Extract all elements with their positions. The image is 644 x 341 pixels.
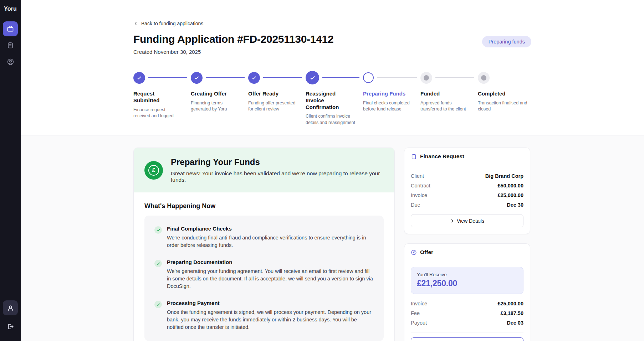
step-label: Reassigned Invoice Confirmation	[306, 91, 353, 110]
table-row: Invoice £25,000.00	[411, 190, 523, 200]
back-link-label: Back to funding applications	[141, 21, 203, 26]
step-desc: Funding offer presented for client revie…	[248, 100, 298, 113]
table-row: Fee £3,187.50	[411, 308, 523, 318]
chevron-left-icon	[133, 21, 138, 26]
row-label: Fee	[411, 310, 420, 316]
finance-request-title: Finance Request	[420, 153, 464, 160]
step-funded: Funded Approved funds transferred to the…	[420, 71, 478, 126]
status-detail-card: £ Preparing Your Funds Great news! Your …	[133, 148, 395, 341]
offer-title: Offer	[420, 249, 433, 255]
row-label: Due	[411, 202, 420, 208]
receive-amount: £21,250.00	[417, 279, 517, 288]
finance-request-card: Finance Request Client Big Brand Corp Co…	[404, 148, 530, 234]
pound-coin-icon: £	[411, 249, 417, 255]
progress-stepper: Request Submitted Finance request receiv…	[133, 71, 531, 135]
receive-label: You'll Receive	[417, 272, 517, 277]
step-creating-offer: Creating Offer Financing terms generated…	[191, 71, 248, 126]
item-title: Final Compliance Checks	[167, 226, 374, 232]
step-request-submitted: Request Submitted Finance request receiv…	[133, 71, 191, 126]
step-label: Request Submitted	[133, 91, 180, 104]
sidebar-item-funding[interactable]	[3, 21, 18, 36]
back-link[interactable]: Back to funding applications	[133, 21, 203, 26]
step-todo-icon	[420, 72, 432, 84]
step-completed: Completed Transaction finalised and clos…	[478, 71, 535, 126]
happening-list: Final Compliance Checks We're conducting…	[144, 216, 384, 341]
check-icon	[194, 75, 199, 81]
summary-column: Finance Request Client Big Brand Corp Co…	[404, 148, 530, 341]
table-row: Payout Dec 03	[411, 318, 523, 327]
happening-title: What's Happening Now	[144, 202, 384, 210]
step-label: Preparing Funds	[363, 91, 410, 97]
row-label: Contract	[411, 183, 430, 188]
sidebar-item-applications[interactable]	[3, 38, 18, 53]
row-value: £25,000.00	[497, 301, 523, 306]
step-done-icon	[191, 72, 203, 84]
app-logo: Yoru	[4, 6, 17, 12]
table-row: Due Dec 30	[411, 200, 523, 210]
row-label: Invoice	[411, 301, 427, 306]
item-title: Preparing Documentation	[167, 259, 374, 265]
view-pdf-button[interactable]: View PDF	[411, 337, 523, 341]
step-label: Offer Ready	[248, 91, 295, 97]
step-label: Creating Offer	[191, 91, 238, 97]
step-label: Funded	[420, 91, 467, 97]
step-desc: Approved funds transferred to the client	[420, 100, 470, 113]
step-label: Completed	[478, 91, 525, 97]
step-done-icon	[133, 72, 145, 84]
title-block: Funding Application #FD-20251130-1412 Cr…	[133, 33, 333, 55]
sign-out-icon	[7, 323, 14, 330]
check-icon	[154, 226, 162, 234]
item-desc: We're conducting final anti-fraud and co…	[167, 234, 374, 249]
clipboard-icon	[7, 42, 14, 49]
step-desc: Finance request received and logged	[133, 107, 183, 119]
hero-subtitle: Great news! Your invoice has been valida…	[171, 170, 384, 183]
account-button[interactable]	[3, 300, 18, 315]
step-done-icon	[306, 71, 319, 84]
table-row: Client Big Brand Corp	[411, 171, 523, 181]
created-date: Created November 30, 2025	[133, 49, 333, 55]
list-item-compliance: Final Compliance Checks We're conducting…	[154, 226, 374, 249]
step-desc: Client confirms invoice details and reas…	[306, 113, 356, 126]
row-value: £25,000.00	[497, 192, 523, 198]
check-icon	[154, 260, 162, 267]
main-area: Back to funding applications Funding App…	[21, 0, 644, 341]
sidebar-item-contacts[interactable]	[3, 54, 18, 69]
table-row: Invoice £25,000.00	[411, 299, 523, 308]
app-root: Yoru	[0, 0, 644, 341]
view-details-button[interactable]: View Details	[411, 214, 523, 227]
step-desc: Final checks completed before fund relea…	[363, 100, 413, 113]
sign-out-button[interactable]	[3, 319, 18, 334]
svg-text:£: £	[413, 251, 415, 254]
page-body: £ Preparing Your Funds Great news! Your …	[21, 135, 644, 341]
step-desc: Financing terms generated by Yoru	[191, 100, 241, 113]
step-todo-icon	[478, 72, 490, 84]
user-icon	[7, 305, 14, 311]
step-reassigned-invoice-confirmation: Reassigned Invoice Confirmation Client c…	[306, 71, 363, 126]
row-value: £3,187.50	[500, 310, 523, 316]
list-item-documentation: Preparing Documentation We're generating…	[154, 259, 374, 290]
status-badge: Preparing funds	[482, 36, 531, 47]
divider	[411, 332, 523, 332]
table-row: Contract £50,000.00	[411, 181, 523, 190]
hero-banner: £ Preparing Your Funds Great news! Your …	[134, 148, 394, 192]
page-header: Back to funding applications Funding App…	[21, 0, 644, 135]
money-icon: £	[144, 161, 163, 180]
chevron-right-icon	[450, 219, 454, 223]
item-title: Processing Payment	[167, 300, 374, 306]
briefcase-icon	[7, 25, 14, 32]
row-value: Big Brand Corp	[485, 173, 523, 179]
step-preparing-funds: Preparing Funds Final checks completed b…	[363, 71, 420, 126]
step-done-icon	[248, 72, 260, 84]
sidebar: Yoru	[0, 0, 21, 341]
hero-title: Preparing Your Funds	[171, 157, 384, 167]
row-label: Payout	[411, 320, 427, 326]
check-icon	[251, 75, 257, 81]
item-desc: Once the funding agreement is signed, we…	[167, 309, 374, 331]
list-item-payment: Processing Payment Once the funding agre…	[154, 300, 374, 331]
step-offer-ready: Offer Ready Funding offer presented for …	[248, 71, 306, 126]
clipboard-icon	[411, 154, 417, 160]
sidebar-bottom	[3, 300, 18, 335]
row-label: Client	[411, 173, 424, 179]
row-value: Dec 30	[507, 202, 523, 208]
page-title: Funding Application #FD-20251130-1412	[133, 33, 333, 45]
